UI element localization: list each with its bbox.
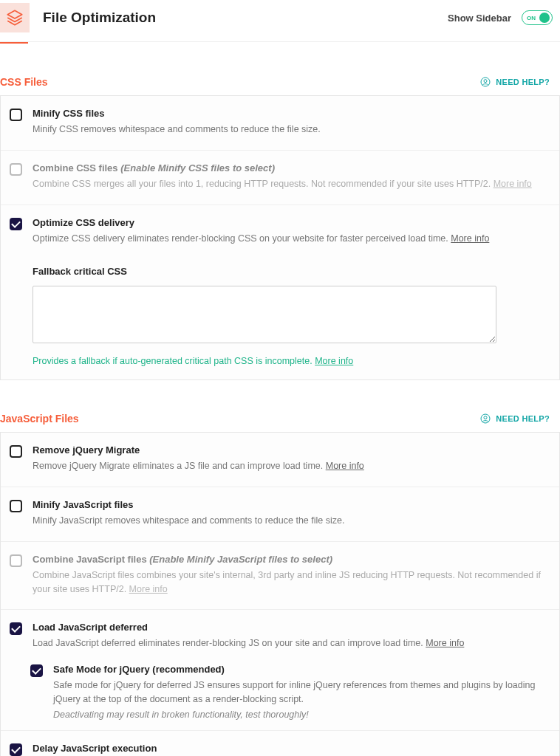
fallback-note-text: Provides a fallback if auto-generated cr… <box>33 356 313 366</box>
svg-point-1 <box>484 80 487 83</box>
checkbox-combine-css <box>10 163 22 176</box>
option-optimize-css: Optimize CSS delivery Optimize CSS deliv… <box>1 205 559 380</box>
option-load-js-deferred: Load JavaScript deferred Load JavaScript… <box>1 610 559 650</box>
checkbox-minify-js[interactable] <box>10 500 22 512</box>
option-title: Minify JavaScript files <box>33 499 549 510</box>
app-logo <box>0 3 30 32</box>
option-desc-text: Optimize CSS delivery eliminates render-… <box>33 233 448 244</box>
fallback-note: Provides a fallback if auto-generated cr… <box>33 356 549 366</box>
need-help-css[interactable]: NEED HELP? <box>479 76 550 88</box>
option-hint: (Enable Minify CSS files to select) <box>120 162 275 173</box>
option-desc-text: Combine CSS merges all your files into 1… <box>33 179 491 189</box>
checkbox-delay-js[interactable] <box>10 743 22 756</box>
option-title: Safe Mode for jQuery (recommended) <box>53 664 549 675</box>
option-minify-js: Minify JavaScript files Minify JavaScrip… <box>1 487 559 542</box>
option-title-text: Combine JavaScript files <box>33 554 147 565</box>
option-title: Load JavaScript deferred <box>33 622 549 633</box>
option-combine-js: Combine JavaScript files (Enable Minify … <box>1 542 559 611</box>
show-sidebar-label: Show Sidebar <box>448 13 511 24</box>
more-info-link[interactable]: More info <box>451 233 489 244</box>
section-head-css: CSS Files NEED HELP? <box>0 76 560 88</box>
option-delay-js: Delay JavaScript execution Improves perf… <box>1 731 559 757</box>
need-help-label: NEED HELP? <box>496 78 550 86</box>
option-desc-text: Remove jQuery Migrate eliminates a JS fi… <box>33 461 323 471</box>
option-desc-text: Load JavaScript deferred eliminates rend… <box>33 638 423 648</box>
more-info-link[interactable]: More info <box>315 356 353 366</box>
option-desc-text: Combine JavaScript files combines your s… <box>33 570 541 594</box>
option-title: Optimize CSS delivery <box>33 217 549 228</box>
svg-point-3 <box>484 416 487 419</box>
option-desc: Combine CSS merges all your files into 1… <box>33 177 549 191</box>
option-desc: Remove jQuery Migrate eliminates a JS fi… <box>33 459 549 473</box>
option-desc: Safe mode for jQuery for deferred JS ens… <box>53 678 549 707</box>
more-info-link[interactable]: More info <box>426 638 464 648</box>
need-help-js[interactable]: NEED HELP? <box>479 413 550 425</box>
option-title-text: Combine CSS files <box>33 162 118 173</box>
help-icon <box>479 413 491 425</box>
option-desc: Optimize CSS delivery eliminates render-… <box>33 232 549 246</box>
checkbox-load-js-deferred[interactable] <box>10 622 22 635</box>
section-title-css: CSS Files <box>0 76 48 88</box>
option-desc: Combine JavaScript files combines your s… <box>33 568 549 597</box>
more-info-link[interactable]: More info <box>129 584 168 594</box>
checkbox-remove-jquery-migrate[interactable] <box>10 445 22 458</box>
js-panel: Remove jQuery Migrate Remove jQuery Migr… <box>0 432 560 756</box>
more-info-link[interactable]: More info <box>326 461 364 471</box>
option-minify-css: Minify CSS files Minify CSS removes whit… <box>1 96 559 151</box>
header-right: Show Sidebar ON <box>448 10 553 25</box>
page-title: File Optimization <box>43 10 156 26</box>
layers-icon <box>5 8 24 27</box>
option-combine-css: Combine CSS files (Enable Minify CSS fil… <box>1 151 559 205</box>
need-help-label: NEED HELP? <box>496 414 550 423</box>
option-title: Delay JavaScript execution <box>33 743 549 754</box>
help-icon <box>479 76 491 88</box>
option-title: Combine JavaScript files (Enable Minify … <box>33 554 549 565</box>
checkbox-combine-js <box>10 554 22 567</box>
safe-mode-warning: Deactivating may result in broken functi… <box>53 709 549 720</box>
header-left: File Optimization <box>0 3 156 32</box>
checkbox-optimize-css[interactable] <box>10 218 22 230</box>
fallback-label: Fallback critical CSS <box>33 266 549 277</box>
checkbox-minify-css[interactable] <box>10 109 22 121</box>
page-header: File Optimization Show Sidebar ON <box>0 0 560 42</box>
active-tab-indicator <box>0 42 28 44</box>
option-desc: Minify JavaScript removes whitespace and… <box>33 514 549 528</box>
option-safe-mode-jquery: Safe Mode for jQuery (recommended) Safe … <box>1 650 559 731</box>
option-desc: Load JavaScript deferred eliminates rend… <box>33 636 549 650</box>
section-title-js: JavaScript Files <box>0 413 79 425</box>
option-hint: (Enable Minify JavaScript files to selec… <box>149 554 332 565</box>
fallback-block: Fallback critical CSS Provides a fallbac… <box>33 266 549 366</box>
toggle-on-text: ON <box>527 15 536 21</box>
option-desc: Minify CSS removes whitespace and commen… <box>33 123 549 137</box>
option-title: Remove jQuery Migrate <box>33 444 549 456</box>
checkbox-safe-mode-jquery[interactable] <box>30 664 43 677</box>
show-sidebar-toggle[interactable]: ON <box>522 10 553 25</box>
fallback-critical-css-input[interactable] <box>33 286 496 343</box>
option-title: Combine CSS files (Enable Minify CSS fil… <box>33 162 549 173</box>
section-head-js: JavaScript Files NEED HELP? <box>0 413 560 425</box>
css-panel: Minify CSS files Minify CSS removes whit… <box>0 95 560 380</box>
option-title: Minify CSS files <box>33 108 549 119</box>
toggle-knob <box>539 13 550 23</box>
option-remove-jquery-migrate: Remove jQuery Migrate Remove jQuery Migr… <box>1 433 559 487</box>
more-info-link[interactable]: More info <box>494 179 532 189</box>
